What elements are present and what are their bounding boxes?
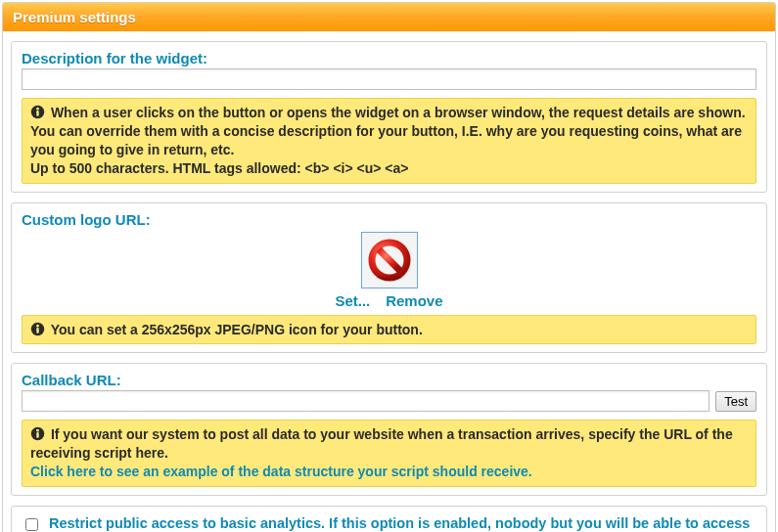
description-info-text: When a user clicks on the button or open… [30,105,746,157]
callback-info-box: If you want our system to post all data … [22,420,756,487]
svg-point-7 [36,324,39,327]
info-icon [30,105,45,119]
logo-preview-area: Set... Remove [22,232,756,309]
info-icon [30,426,45,441]
restrict-row: Restrict public access to basic analytic… [22,514,756,532]
description-input[interactable] [22,68,756,90]
premium-settings-panel: Premium settings Description for the wid… [2,2,776,532]
logo-preview-frame [361,232,418,288]
svg-rect-11 [36,433,38,439]
callback-input-row: Test [22,390,756,412]
logo-info-text: You can set a 256x256px JPEG/PNG icon fo… [51,322,423,337]
logo-set-link[interactable]: Set... [335,292,370,309]
description-label: Description for the widget: [22,50,756,66]
svg-line-4 [379,249,400,271]
logo-actions: Set... Remove [22,292,756,309]
svg-rect-2 [36,111,38,116]
callback-input[interactable] [22,390,709,412]
logo-remove-link[interactable]: Remove [386,292,442,309]
no-entry-icon [368,239,411,282]
description-info-limit: Up to 500 characters. HTML tags allowed:… [30,160,408,176]
section-description: Description for the widget: When a user … [11,41,767,193]
svg-point-1 [36,108,39,111]
section-restrict: Restrict public access to basic analytic… [11,506,767,532]
logo-label: Custom logo URL: [22,211,756,228]
logo-info-box: You can set a 256x256px JPEG/PNG icon fo… [22,315,756,345]
svg-point-10 [36,429,39,432]
info-icon [30,322,45,336]
callback-test-button[interactable]: Test [715,391,756,412]
callback-info-text: If you want our system to post all data … [30,426,733,461]
callback-example-link[interactable]: Click here to see an example of the data… [30,464,532,479]
description-info-box: When a user clicks on the button or open… [22,98,756,184]
callback-label: Callback URL: [22,372,756,388]
restrict-label[interactable]: Restrict public access to basic analytic… [49,514,756,532]
section-logo: Custom logo URL: [11,202,767,354]
svg-point-5 [376,276,403,280]
section-callback: Callback URL: Test If you want our syste… [11,363,767,496]
panel-body: Description for the widget: When a user … [3,31,775,532]
panel-title: Premium settings [3,3,775,31]
svg-rect-8 [36,328,38,333]
restrict-checkbox[interactable] [25,518,38,531]
